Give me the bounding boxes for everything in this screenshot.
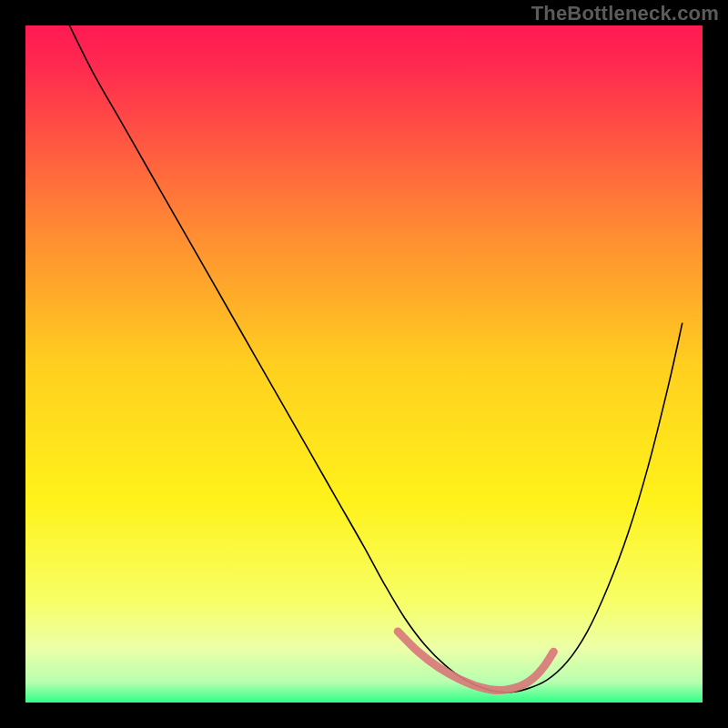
chart-background-gradient [25,25,703,703]
chart-plot-area [25,25,703,703]
watermark-label: TheBottleneck.com [531,2,719,25]
chart-svg [25,25,703,703]
chart-frame: TheBottleneck.com [0,0,728,728]
